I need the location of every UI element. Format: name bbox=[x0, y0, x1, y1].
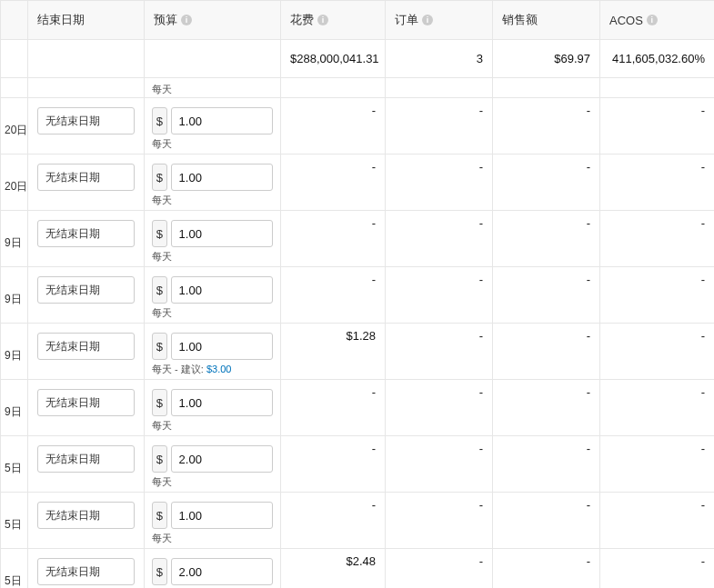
start-date-cell: 20日 bbox=[1, 98, 28, 154]
budget-frequency-label: 每天 bbox=[152, 419, 273, 432]
sales-cell: - bbox=[493, 154, 600, 211]
acos-cell: - bbox=[600, 436, 715, 493]
start-date-cell: 5日 bbox=[1, 436, 28, 493]
end-date-cell bbox=[28, 267, 145, 324]
start-date-cell: 9日 bbox=[1, 211, 28, 267]
col-header-sales[interactable]: 销售额 bbox=[493, 1, 600, 40]
col-header-label: 销售额 bbox=[502, 12, 538, 28]
end-date-input[interactable] bbox=[37, 445, 135, 473]
sales-cell: - bbox=[493, 549, 600, 589]
start-date-cell: 5日 bbox=[1, 549, 28, 589]
info-icon[interactable]: i bbox=[181, 15, 192, 25]
orders-cell: - bbox=[386, 154, 493, 211]
col-header-budget[interactable]: 预算 i bbox=[145, 1, 281, 40]
currency-button[interactable]: $ bbox=[152, 333, 167, 360]
table-row: 20日$每天---- bbox=[1, 98, 715, 154]
sales-cell: - bbox=[493, 380, 600, 436]
orders-cell: - bbox=[386, 324, 493, 380]
budget-input[interactable] bbox=[171, 333, 273, 360]
budget-cell: $每天 bbox=[145, 98, 281, 154]
col-header-label: ACOS bbox=[609, 14, 643, 27]
info-icon[interactable]: i bbox=[317, 15, 328, 25]
col-header-label: 花费 bbox=[290, 12, 314, 28]
budget-input[interactable] bbox=[171, 389, 273, 416]
currency-button[interactable]: $ bbox=[152, 220, 167, 247]
col-header-start[interactable] bbox=[1, 1, 28, 40]
table-row: 20日$每天---- bbox=[1, 154, 715, 211]
currency-button[interactable]: $ bbox=[152, 558, 167, 585]
table-row: 9日$每天---- bbox=[1, 211, 715, 267]
end-date-cell bbox=[28, 436, 145, 493]
spend-cell: $2.48 bbox=[281, 549, 386, 589]
col-header-orders[interactable]: 订单 i bbox=[386, 1, 493, 40]
col-header-spend[interactable]: 花费 i bbox=[281, 1, 386, 40]
summary-orders: 3 bbox=[386, 40, 493, 78]
acos-cell: - bbox=[600, 154, 715, 211]
budget-cell: $每天 - 建议: $3.00 bbox=[145, 324, 281, 380]
info-icon[interactable]: i bbox=[422, 15, 433, 25]
sales-cell: - bbox=[493, 436, 600, 493]
budget-cell: $每天 bbox=[145, 154, 281, 211]
end-date-input[interactable] bbox=[37, 333, 135, 360]
info-icon[interactable]: i bbox=[647, 15, 658, 25]
orders-cell: - bbox=[386, 211, 493, 267]
summary-budget bbox=[145, 40, 281, 78]
budget-frequency-label: 每天 bbox=[152, 475, 273, 488]
budget-frequency-label: 每天 bbox=[152, 194, 273, 206]
start-date-cell: 9日 bbox=[1, 324, 28, 380]
currency-button[interactable]: $ bbox=[152, 502, 167, 529]
orders-cell: - bbox=[386, 98, 493, 154]
end-date-cell bbox=[28, 211, 145, 267]
budget-suggestion-label: 每天 - 建议: $3.00 bbox=[152, 363, 273, 375]
col-header-label: 结束日期 bbox=[37, 12, 85, 28]
orders-cell: - bbox=[386, 380, 493, 436]
budget-input[interactable] bbox=[171, 107, 273, 135]
orders-cell: - bbox=[386, 267, 493, 324]
end-date-cell bbox=[28, 549, 145, 589]
acos-cell: - bbox=[600, 267, 715, 324]
acos-cell: - bbox=[600, 98, 715, 154]
acos-cell: - bbox=[600, 211, 715, 267]
spend-cell: - bbox=[281, 436, 386, 493]
campaign-table-wrap: 结束日期 预算 i 花费 i 订单 i bbox=[0, 0, 714, 588]
currency-button[interactable]: $ bbox=[152, 276, 167, 304]
table-row: 9日$每天---- bbox=[1, 267, 715, 324]
campaign-table: 结束日期 预算 i 花费 i 订单 i bbox=[0, 0, 714, 588]
col-header-end-date[interactable]: 结束日期 bbox=[28, 1, 145, 40]
end-date-input[interactable] bbox=[37, 164, 135, 191]
acos-cell: - bbox=[600, 549, 715, 589]
end-date-cell bbox=[28, 324, 145, 380]
acos-cell: - bbox=[600, 380, 715, 436]
col-header-acos[interactable]: ACOS i bbox=[600, 1, 715, 40]
end-date-input[interactable] bbox=[37, 389, 135, 416]
end-date-cell bbox=[28, 493, 145, 549]
end-date-input[interactable] bbox=[37, 220, 135, 247]
table-body: $288,000,041.31 3 $69.97 411,605,032.60%… bbox=[1, 40, 715, 589]
budget-input[interactable] bbox=[171, 445, 273, 473]
budget-input[interactable] bbox=[171, 164, 273, 191]
budget-cell: $每天 bbox=[145, 493, 281, 549]
summary-spend: $288,000,041.31 bbox=[281, 40, 386, 78]
end-date-input[interactable] bbox=[37, 558, 135, 585]
summary-sales: $69.97 bbox=[493, 40, 600, 78]
spend-cell: - bbox=[281, 154, 386, 211]
currency-button[interactable]: $ bbox=[152, 445, 167, 473]
budget-suggestion-value[interactable]: $3.00 bbox=[206, 364, 232, 374]
end-date-input[interactable] bbox=[37, 107, 135, 135]
end-date-cell bbox=[28, 380, 145, 436]
budget-input[interactable] bbox=[171, 502, 273, 529]
budget-input[interactable] bbox=[171, 276, 273, 304]
orders-cell: - bbox=[386, 493, 493, 549]
currency-button[interactable]: $ bbox=[152, 107, 167, 135]
budget-input[interactable] bbox=[171, 220, 273, 247]
spend-cell: $1.28 bbox=[281, 324, 386, 380]
end-date-input[interactable] bbox=[37, 502, 135, 529]
start-date-cell: 9日 bbox=[1, 267, 28, 324]
end-date-input[interactable] bbox=[37, 276, 135, 304]
end-date-cell bbox=[28, 154, 145, 211]
table-row: 5日$每天---- bbox=[1, 436, 715, 493]
budget-input[interactable] bbox=[171, 558, 273, 585]
currency-button[interactable]: $ bbox=[152, 164, 167, 191]
currency-button[interactable]: $ bbox=[152, 389, 167, 416]
summary-start bbox=[1, 40, 28, 78]
